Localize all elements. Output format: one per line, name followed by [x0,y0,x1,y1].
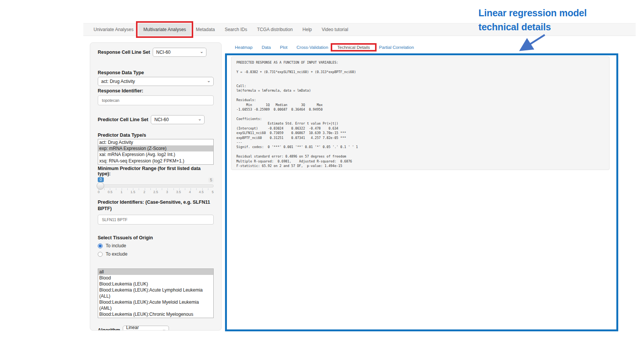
radio-to-exclude[interactable]: To exclude [98,251,214,257]
tissue-origin-label: Select Tissue/s of Origin [98,235,214,240]
predictor-data-types-listbox[interactable]: act: Drug Activityexp: mRNA Expression (… [98,139,214,165]
slider-track[interactable] [98,184,214,187]
page: Univariate Analyses Multivariate Analyse… [0,0,644,362]
slider-tick-label: 2 [143,190,145,194]
algorithm-label: Algorithm [98,328,120,331]
annotation-title-line1: Linear regression model [478,6,644,20]
nav-univariate-analyses[interactable]: Univariate Analyses [89,23,138,36]
predictor-identifiers-input[interactable] [98,215,214,225]
tissue-option[interactable]: Blood:Leukemia (LEUK):Acute Lymphoid Leu… [98,287,213,299]
min-predictor-range-slider: 0 5 00.511.522.533.544.55 [98,177,214,195]
tissue-option[interactable]: Blood [98,275,213,281]
predictor-cell-line-set-label: Predictor Cell Line Set [98,117,148,122]
nav-search-ids[interactable]: Search IDs [220,23,252,36]
slider-tick-label: 4 [189,190,191,194]
predictor-data-type-option[interactable]: act: Drug Activity [98,139,213,145]
slider-tick-label: 4.5 [199,190,204,194]
response-cell-line-set-value: NCI-60 [156,50,170,55]
chevron-down-icon: ⌄ [207,78,211,83]
predictor-data-types-label: Predictor Data Type/s [98,133,214,138]
annotation-title-line2: technical details [478,20,644,34]
radio-selected-icon [98,243,103,248]
nav-video-tutorial[interactable]: Video tutorial [317,23,353,36]
predictor-cell-line-set-value: NCI-60 [154,117,169,122]
algorithm-value: Linear Regression [126,325,162,331]
tab-data[interactable]: Data [257,45,275,50]
slider-tick-label: 1 [120,190,122,194]
response-identifier-input[interactable] [98,95,214,105]
nav-help[interactable]: Help [298,23,317,36]
tab-cross-validation[interactable]: Cross-Validation [292,45,333,50]
radio-to-include-label: To include [106,243,126,248]
radio-to-exclude-label: To exclude [106,251,127,257]
predictor-identifiers-label: Predictor Identifiers: (Case-Sensitive, … [98,199,214,212]
response-cell-line-set-select[interactable]: NCI-60 ⌄ [153,48,206,57]
response-data-type-select[interactable]: act: Drug Activity ⌄ [98,77,214,86]
chevron-down-icon: ⌄ [200,49,203,54]
slider-tick-label: 1.5 [131,190,136,194]
result-tabs: Heatmap Data Plot Cross-Validation Techn… [230,42,419,52]
slider-tick-label: 3.5 [176,190,181,194]
predictor-data-type-option[interactable]: xai: mRNA Expression (Avg. log2 Int.) [98,151,213,158]
min-predictor-range-label: Minimum Predictor Range (for first liste… [98,166,214,176]
tab-partial-correlation[interactable]: Partial Correlation [375,45,419,50]
slider-handle[interactable] [97,182,104,190]
tissue-option[interactable]: Blood:Leukemia (LEUK) [98,281,213,287]
slider-value-badge: 0 [98,177,104,182]
response-data-type-label: Response Data Type [98,70,214,75]
tab-heatmap[interactable]: Heatmap [230,45,257,50]
chevron-down-icon: ⌄ [162,327,166,331]
slider-max-label: 5 [208,178,214,183]
annotation-title: Linear regression model technical detail… [478,6,644,34]
slider-tick-label: 3 [166,190,168,194]
slider-tick-label: 2.5 [153,190,158,194]
annotation-arrow-icon [516,33,548,53]
slider-tick-label: 0 [98,190,100,194]
slider-tick-label: 5 [212,190,214,194]
predictor-cell-line-set-select[interactable]: NCI-60 ⌄ [151,115,205,124]
tab-plot[interactable]: Plot [275,45,292,50]
slider-tick-label: 0.5 [108,190,113,194]
nav-metadata[interactable]: Metadata [191,23,220,36]
tissue-option[interactable]: all [98,269,213,275]
radio-unselected-icon [98,252,103,257]
algorithm-select[interactable]: Linear Regression ⌄ [123,326,169,331]
nav-multivariate-analyses[interactable]: Multivariate Analyses [138,23,191,36]
response-identifier-label: Response Identifier: [98,88,214,94]
sidebar-form-panel: Response Cell Line Set NCI-60 ⌄ Response… [90,42,222,331]
radio-to-include[interactable]: To include [98,243,214,248]
technical-details-output: PREDICTED RESPONSE AS A FUNCTION OF INPU… [231,56,610,170]
nav-tcga-distribution[interactable]: TCGA distribution [252,23,298,36]
chevron-down-icon: ⌄ [198,117,202,121]
tissue-option[interactable]: Blood:Leukemia (LEUK):Acute Myeloid Leuk… [98,299,213,311]
tab-technical-details[interactable]: Technical Details [333,45,374,50]
tissue-origin-listbox[interactable]: allBloodBlood:Leukemia (LEUK)Blood:Leuke… [98,268,214,318]
slider-tick-labels: 00.511.522.533.544.55 [98,190,214,194]
predictor-data-type-option[interactable]: xsq: RNA-seq Expression (log2 FPKM+1.) [98,158,213,164]
response-cell-line-set-label: Response Cell Line Set [98,50,150,55]
tissue-option[interactable]: Blood:Leukemia (LEUK):Chronic Myelogenou… [98,311,213,318]
predictor-data-type-option[interactable]: exp: mRNA Expression (Z-Score) [98,145,213,151]
response-data-type-value: act: Drug Activity [101,79,135,84]
